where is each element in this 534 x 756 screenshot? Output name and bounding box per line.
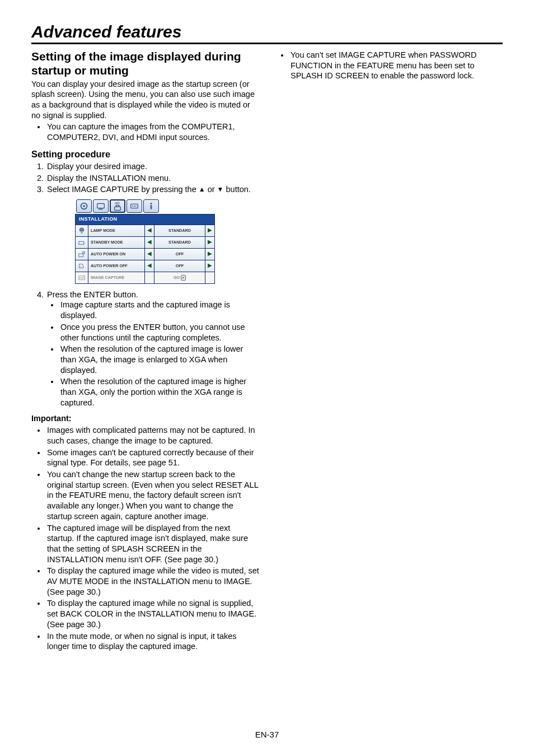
important-label: Important: bbox=[31, 413, 259, 424]
power-on-icon bbox=[76, 249, 88, 260]
step-3: Select IMAGE CAPTURE by pressing the ▲ o… bbox=[46, 184, 259, 195]
menu-label: IMAGE CAPTURE bbox=[88, 272, 144, 283]
menu-tab-row: opt. bbox=[75, 199, 215, 213]
menu-row-standby-mode: STANDBY MODE ◀ STANDARD ▶ bbox=[75, 237, 215, 249]
title-rule bbox=[31, 43, 503, 44]
right-column: You can't set IMAGE CAPTURE when PASSWOR… bbox=[275, 50, 503, 655]
right-arrow-icon: ▶ bbox=[205, 272, 214, 283]
svg-rect-2 bbox=[97, 204, 105, 208]
menu-label: AUTO POWER ON bbox=[88, 249, 144, 260]
intro-bullet-list: You can capture the images from the COMP… bbox=[31, 122, 259, 142]
important-item: Images with complicated patterns may not… bbox=[46, 425, 259, 446]
important-item: The captured image will be displayed fro… bbox=[46, 523, 259, 565]
step3-text-a: Select IMAGE CAPTURE by pressing the bbox=[47, 185, 199, 194]
svg-point-8 bbox=[135, 206, 137, 207]
menu-value: OFF bbox=[154, 249, 205, 260]
step4-sub-item: Once you press the ENTER button, you can… bbox=[59, 322, 259, 343]
menu-tab-installation bbox=[93, 199, 109, 213]
enter-icon: ↵ bbox=[181, 275, 186, 281]
svg-point-1 bbox=[83, 205, 85, 207]
svg-rect-3 bbox=[99, 209, 102, 210]
right-arrow-icon: ▶ bbox=[205, 225, 214, 236]
lamp-icon bbox=[76, 225, 88, 236]
svg-point-7 bbox=[134, 206, 135, 207]
important-item: To display the captured image while the … bbox=[46, 566, 259, 597]
svg-point-6 bbox=[132, 206, 133, 207]
step-4: Press the ENTER button. Image capture st… bbox=[46, 290, 259, 408]
document-page: Advanced features Setting of the image d… bbox=[0, 0, 534, 756]
standby-icon bbox=[76, 237, 88, 248]
menu-header: INSTALLATION bbox=[75, 214, 215, 225]
up-arrow-icon: ▲ bbox=[199, 185, 205, 194]
svg-rect-4 bbox=[115, 207, 121, 210]
right-bullet: You can't set IMAGE CAPTURE when PASSWOR… bbox=[289, 50, 503, 81]
menu-value: STANDARD bbox=[154, 225, 205, 236]
step4-sub-item: When the resolution of the captured imag… bbox=[59, 376, 259, 408]
page-number: EN-37 bbox=[0, 730, 534, 739]
section-heading: Setting of the image displayed during st… bbox=[31, 50, 259, 78]
two-column-layout: Setting of the image displayed during st… bbox=[31, 50, 503, 655]
svg-rect-10 bbox=[151, 205, 152, 209]
down-arrow-icon: ▼ bbox=[217, 185, 224, 194]
right-arrow-icon: ▶ bbox=[205, 237, 214, 248]
intro-paragraph: You can display your desired image as th… bbox=[31, 79, 259, 121]
menu-row-lamp-mode: LAMP MODE ◀ STANDARD ▶ bbox=[75, 225, 215, 237]
menu-label: LAMP MODE bbox=[88, 225, 144, 236]
intro-bullet: You can capture the images from the COMP… bbox=[46, 122, 259, 142]
capture-icon bbox=[76, 272, 88, 283]
svg-rect-12 bbox=[79, 254, 83, 256]
important-list: Images with complicated patterns may not… bbox=[31, 425, 259, 652]
power-off-icon: z bbox=[76, 260, 88, 272]
menu-label: AUTO POWER OFF bbox=[88, 260, 144, 272]
menu-tab-image bbox=[76, 199, 92, 213]
important-item: You can't change the new startup screen … bbox=[46, 469, 259, 522]
svg-point-9 bbox=[150, 203, 152, 204]
step3-text-c: button. bbox=[224, 185, 251, 194]
left-arrow-icon: ◀ bbox=[144, 272, 154, 283]
menu-row-auto-power-on: AUTO POWER ON ◀ OFF ▶ bbox=[75, 249, 215, 260]
menu-tab-signal bbox=[127, 199, 142, 213]
step3-text-b: or bbox=[205, 185, 217, 194]
menu-value: STANDARD bbox=[154, 237, 205, 248]
menu-tab-info bbox=[143, 199, 159, 213]
left-arrow-icon: ◀ bbox=[144, 225, 154, 236]
menu-value: OFF bbox=[154, 260, 205, 272]
right-bullet-list: You can't set IMAGE CAPTURE when PASSWOR… bbox=[275, 50, 503, 81]
right-arrow-icon: ▶ bbox=[205, 249, 214, 260]
step-2: Display the INSTALLATION menu. bbox=[46, 173, 259, 184]
svg-text:z: z bbox=[80, 265, 82, 268]
opt-label: opt. bbox=[115, 201, 120, 206]
installation-menu-graphic: opt. INSTALLATION LAMP MODE ◀ STANDARD bbox=[75, 199, 215, 284]
left-arrow-icon: ◀ bbox=[144, 237, 154, 248]
step-1: Display your desired image. bbox=[46, 161, 259, 172]
procedure-list: Display your desired image. Display the … bbox=[31, 161, 259, 195]
menu-tab-option: opt. bbox=[110, 199, 125, 213]
left-arrow-icon: ◀ bbox=[144, 260, 154, 272]
step4-sublist: Image capture starts and the captured im… bbox=[47, 300, 259, 408]
step4-sub-item: When the resolution of the captured imag… bbox=[59, 344, 259, 375]
right-arrow-icon: ▶ bbox=[205, 260, 214, 272]
important-item: Some images can't be captured correctly … bbox=[46, 447, 259, 468]
important-item: To display the captured image while no s… bbox=[46, 598, 259, 629]
svg-rect-11 bbox=[79, 241, 84, 244]
procedure-list-cont: Press the ENTER button. Image capture st… bbox=[31, 290, 259, 408]
menu-row-auto-power-off: z AUTO POWER OFF ◀ OFF ▶ bbox=[75, 260, 215, 272]
menu-row-image-capture: IMAGE CAPTURE ◀ GO↵ ▶ bbox=[75, 272, 215, 284]
menu-label: STANDBY MODE bbox=[88, 237, 144, 248]
left-arrow-icon: ◀ bbox=[144, 249, 154, 260]
important-item: In the mute mode, or when no signal is i… bbox=[46, 631, 259, 652]
procedure-heading: Setting procedure bbox=[31, 148, 259, 160]
left-column: Setting of the image displayed during st… bbox=[31, 50, 259, 655]
page-title: Advanced features bbox=[31, 22, 503, 41]
menu-value: GO↵ bbox=[154, 272, 205, 283]
step4-sub-item: Image capture starts and the captured im… bbox=[59, 300, 259, 320]
step4-text: Press the ENTER button. bbox=[47, 290, 138, 299]
